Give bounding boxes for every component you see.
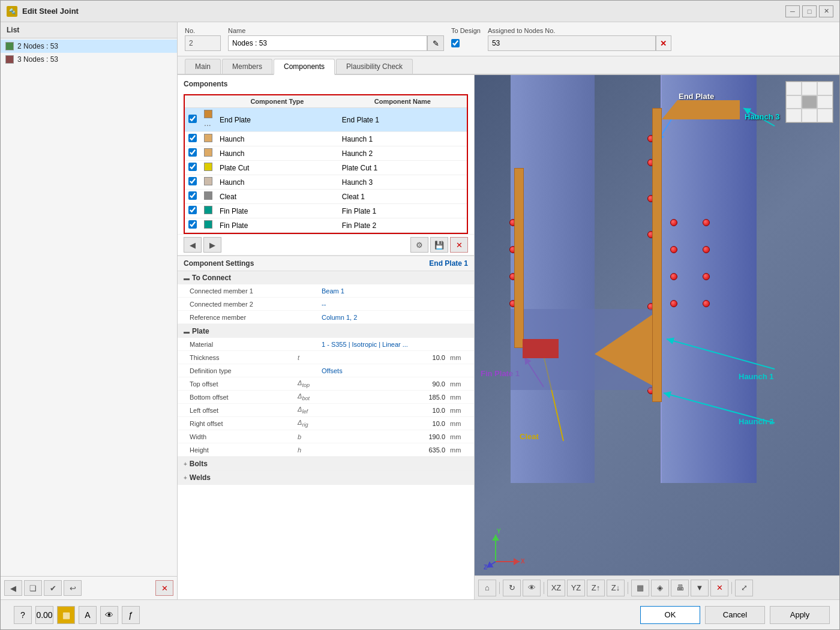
row-checkbox[interactable] [188,191,197,200]
minimap-cell [786,82,802,95]
row-checkbox[interactable] [188,115,197,123]
viz-close-button[interactable]: ✕ [710,580,728,596]
apply-button[interactable]: Apply [770,606,830,624]
zero-button[interactable]: 0.00 [35,606,53,624]
prop-group-welds: + Welds [178,471,474,485]
name-input[interactable] [228,35,427,51]
viz-yz-button[interactable]: YZ [567,580,585,596]
row-checkbox[interactable] [188,206,197,214]
table-row[interactable]: Cleat Cleat 1 [185,190,467,204]
assigned-input[interactable] [488,35,656,51]
prop-row-width: Width b 190.0 mm [178,430,474,443]
tab-plausibility[interactable]: Plausibility Check [336,59,413,74]
row-checkbox[interactable] [188,148,197,157]
duplicate-button[interactable]: ❏ [24,580,42,596]
info-button[interactable]: ↩ [64,580,82,596]
edit-name-button[interactable]: ✎ [427,35,444,51]
material-button[interactable]: ▦ [57,606,75,624]
comp-add-left-button[interactable]: ◀ [184,237,202,253]
comp-add-right-button[interactable]: ▶ [203,237,221,253]
prop-value-right-offset: 10.0 [322,420,450,427]
right-panel: No. Name ✎ To Design As [178,22,839,599]
prop-group-header-bolts[interactable]: + Bolts [178,457,474,470]
viz-expand-button[interactable]: ⤢ [735,580,753,596]
function-button[interactable]: ƒ [122,606,140,624]
help-button[interactable]: ? [14,606,32,624]
components-table-wrap: Component Type Component Name ··· End Pl… [184,94,468,234]
prop-value-bottom-offset: 185.0 [322,394,450,401]
maximize-button[interactable]: □ [802,5,817,17]
check-button[interactable]: ✔ [44,580,62,596]
tab-main[interactable]: Main [185,59,221,74]
view-button[interactable]: 👁 [100,606,118,624]
prop-label: Connected member 1 [190,287,298,295]
prop-label-height: Height [190,446,298,454]
comp-delete-button[interactable]: ✕ [450,237,468,253]
viz-home-button[interactable]: ⌂ [478,580,496,596]
viz-render-button[interactable]: ▦ [631,580,649,596]
add-button[interactable]: ◀ [4,580,22,596]
cancel-button[interactable]: Cancel [705,606,765,624]
text-button[interactable]: A [79,606,97,624]
to-design-checkbox[interactable] [451,39,460,47]
table-row[interactable]: Fin Plate Fin Plate 1 [185,204,467,218]
ok-button[interactable]: OK [640,606,700,624]
close-button[interactable]: ✕ [819,5,833,17]
viz-rotate-button[interactable]: ↻ [503,580,521,596]
table-row[interactable]: Plate Cut Plate Cut 1 [185,161,467,175]
prop-group-header-to-connect[interactable]: ▬ To Connect [178,271,474,284]
row-dots[interactable]: ··· [204,120,211,130]
row-checkbox[interactable] [188,163,197,171]
viz-more-button[interactable]: ▼ [691,580,709,596]
viz-z2-button[interactable]: Z↓ [607,580,625,596]
prop-value-top-offset: 90.0 [322,380,450,388]
assigned-input-row: ✕ [488,35,671,51]
comp-save-button[interactable]: 💾 [430,237,448,253]
clear-assigned-button[interactable]: ✕ [656,35,671,51]
title-bar-left: 🔩 Edit Steel Joint [7,6,79,17]
col-check [185,95,200,108]
row-color-swatch [204,206,212,214]
prop-row-connected-member2: Connected member 2 -- [178,298,474,311]
prop-value-height: 635.0 [322,446,450,454]
prop-group-plate: ▬ Plate Material 1 - S355 | Isotropic | … [178,325,474,457]
prop-group-header-plate[interactable]: ▬ Plate [178,325,474,338]
minimap-cell [802,82,817,95]
row-checkbox[interactable] [188,177,197,185]
viz-3d-button[interactable]: ◈ [651,580,669,596]
tab-members[interactable]: Members [222,59,272,74]
table-row[interactable]: Fin Plate Fin Plate 2 [185,218,467,233]
minimize-button[interactable]: ─ [785,5,800,17]
label-end-plate: End Plate [679,92,714,101]
list-item[interactable]: 3 Nodes : 53 [1,53,177,66]
toggle-icon-welds: + [184,475,187,481]
row-name: Fin Plate 2 [338,218,467,233]
list-item[interactable]: 2 Nodes : 53 [1,40,177,53]
assigned-nodes-group: Assigned to Nodes No. ✕ [488,27,671,51]
no-input [185,35,221,51]
list-item-color [5,42,14,50]
table-row[interactable]: Haunch Haunch 3 [185,175,467,190]
prop-unit: mm [450,433,468,440]
prop-row-thickness: Thickness t 10.0 mm [178,351,474,364]
delete-button[interactable]: ✕ [155,580,173,596]
fin-plate1-element [514,168,524,348]
table-row[interactable]: Haunch Haunch 2 [185,146,467,161]
viz-eye-button[interactable]: 👁 [523,580,541,596]
row-checkbox[interactable] [188,134,197,142]
viz-xz-button[interactable]: XZ [547,580,565,596]
prop-value-thickness: 10.0 [322,354,450,361]
viz-print-button[interactable]: 🖶 [671,580,689,596]
svg-line-8 [487,562,496,568]
viz-z-button[interactable]: Z↑ [587,580,605,596]
prop-group-bolts: + Bolts [178,457,474,471]
bottom-toolbar: ◀ ❏ ✔ ↩ [4,580,82,596]
prop-group-header-welds[interactable]: + Welds [178,471,474,484]
comp-settings-button[interactable]: ⚙ [410,237,428,253]
table-row[interactable]: Haunch Haunch 1 [185,132,467,146]
table-row[interactable]: ··· End Plate End Plate 1 [185,108,467,132]
tab-components[interactable]: Components [274,59,335,75]
row-checkbox[interactable] [188,220,197,229]
prop-group-to-connect: ▬ To Connect Connected member 1 Beam 1 C… [178,271,474,325]
prop-label-bottom-offset: Bottom offset [190,394,298,401]
